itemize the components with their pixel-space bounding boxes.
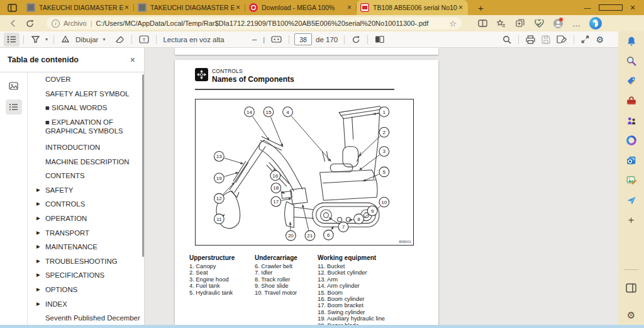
thumbnails-view-icon[interactable] — [6, 78, 22, 93]
callout-number: 12 — [216, 196, 222, 201]
profile-avatar[interactable] — [548, 17, 567, 30]
read-aloud-button[interactable]: Lectura en voz alta — [160, 36, 226, 43]
microsoft-365-icon[interactable] — [625, 135, 637, 147]
drop-icon[interactable] — [625, 194, 637, 206]
callout-number: 8 — [357, 217, 360, 222]
toc-item[interactable]: ▶SPECIFICATIONS — [36, 268, 141, 283]
fullscreen-icon[interactable] — [578, 33, 592, 47]
tab-workspaces-icon[interactable] — [5, 3, 19, 13]
expand-triangle-icon[interactable]: ▶ — [36, 214, 40, 223]
expand-triangle-icon[interactable]: ▶ — [36, 257, 40, 266]
toc-item[interactable]: INTRODUCTION — [36, 140, 141, 155]
add-icon[interactable]: + — [625, 214, 637, 226]
notifications-icon[interactable] — [625, 35, 637, 47]
page-number-input[interactable]: 38 — [294, 33, 312, 45]
part-item: 18. Swing cylinder — [318, 309, 399, 315]
fit-width-icon[interactable] — [268, 33, 285, 47]
settings-gear-icon[interactable]: ⚙ — [592, 33, 607, 47]
tab-close-icon[interactable]: × — [346, 4, 353, 11]
rotate-icon[interactable] — [348, 33, 364, 47]
toc-item[interactable]: ▶TRANSPORT — [36, 225, 141, 240]
print-icon[interactable] — [523, 33, 538, 47]
copilot-icon[interactable] — [586, 17, 605, 30]
file-info-icon[interactable]: i — [52, 20, 60, 28]
draw-label[interactable]: Dibujar — [73, 36, 101, 43]
eraser-icon[interactable] — [112, 33, 128, 47]
toc-item[interactable]: ▶MAINTENANCE — [36, 240, 141, 254]
toc-item[interactable]: Seventh Published December — [36, 311, 141, 325]
expand-triangle-icon[interactable]: ▶ — [36, 285, 40, 294]
back-icon[interactable] — [5, 17, 21, 30]
favorites-icon[interactable] — [492, 17, 511, 30]
toolbox-icon[interactable] — [625, 95, 637, 107]
minimize-button[interactable]: — — [576, 0, 599, 15]
toc-item[interactable]: ▶OPERATION — [36, 212, 141, 226]
toc-item-label: SAFETY — [45, 186, 73, 195]
more-options-icon[interactable]: … — [567, 17, 586, 30]
tab-close-icon[interactable]: × — [123, 4, 130, 11]
toc-item-label: SPECIFICATIONS — [45, 271, 104, 280]
toc-close-icon[interactable]: × — [130, 55, 135, 65]
expand-triangle-icon[interactable]: ▶ — [36, 300, 40, 308]
search-icon[interactable] — [625, 55, 637, 67]
expand-triangle-icon[interactable]: ▶ — [36, 271, 40, 280]
browser-tab[interactable]: TB108 AB5E006 serial No108113× — [357, 0, 468, 15]
search-icon[interactable] — [499, 33, 514, 47]
tab-close-icon[interactable]: × — [235, 4, 242, 11]
toc-item[interactable]: ▶CONTROLS — [36, 197, 141, 212]
highlighter-dropdown-icon[interactable]: ▾ — [43, 37, 50, 42]
tab-bar: TAKEUCHI DIAGMASTER ENGINE×TAKEUCHI DIAG… — [0, 0, 644, 15]
components-figure: 123510987621201112191314154161817 B5B001 — [195, 99, 414, 246]
expand-triangle-icon[interactable]: ▶ — [36, 229, 40, 237]
expand-triangle-icon[interactable]: ▶ — [36, 186, 40, 195]
toc-item[interactable]: ▶SAFETY — [36, 183, 141, 198]
toc-item[interactable]: ■ EXPLANATION OF GRAPHICAL SYMBOLS — [36, 115, 141, 140]
toolbar-separator — [23, 35, 24, 44]
browser-tab[interactable]: Download - MEGA 100%× — [245, 0, 357, 15]
refresh-icon[interactable] — [21, 17, 38, 30]
zoom-out-icon[interactable]: – — [249, 33, 260, 47]
browser-tab[interactable]: TAKEUCHI DIAGMASTER ENGINE× — [134, 0, 245, 15]
edge-sidebar: +⚙ — [618, 31, 644, 325]
shopping-icon[interactable] — [625, 75, 637, 87]
games-icon[interactable] — [625, 115, 637, 127]
pdf-viewer[interactable]: CONTROLS Names of Components — [145, 48, 610, 325]
page-view-icon[interactable] — [372, 33, 387, 47]
browser-tab[interactable]: TAKEUCHI DIAGMASTER ENGINE× — [23, 0, 134, 15]
header-rule — [195, 89, 394, 90]
address-bar: i Archivo | C:/Users/MC/AppData/Local/Te… — [0, 15, 644, 31]
url-field[interactable]: i Archivo | C:/Users/MC/AppData/Local/Te… — [47, 17, 462, 30]
browser-essentials-icon[interactable] — [530, 17, 548, 30]
draw-dropdown-icon[interactable]: ▾ — [101, 37, 107, 42]
split-screen-icon[interactable] — [473, 17, 492, 30]
save-as-icon[interactable] — [553, 33, 570, 47]
tab-close-icon[interactable]: × — [457, 4, 464, 11]
outlook-icon[interactable] — [625, 154, 637, 166]
highlighter-icon[interactable] — [28, 33, 43, 47]
toc-item[interactable]: ▶TROUBLESHOOTING — [36, 254, 141, 269]
new-tab-button[interactable]: + — [475, 3, 486, 13]
image-creator-icon[interactable] — [625, 174, 637, 186]
toc-toggle-button[interactable] — [4, 33, 19, 47]
expand-triangle-icon[interactable]: ▶ — [36, 200, 40, 208]
settings-icon[interactable]: ⚙ — [625, 309, 637, 321]
toc-item[interactable]: ▶INDEX — [36, 297, 141, 311]
collections-icon[interactable] — [511, 17, 530, 30]
toc-item[interactable]: COVER — [36, 72, 141, 87]
expand-triangle-icon[interactable]: ▶ — [36, 242, 40, 251]
toc-item[interactable]: MACHINE DESCRIPTION — [36, 154, 141, 169]
save-icon[interactable] — [538, 33, 553, 47]
sidebar-panel-icon[interactable] — [625, 282, 637, 294]
add-text-icon[interactable]: T — [136, 33, 152, 47]
toc-item[interactable]: SAFETY ALERT SYMBOL — [36, 87, 141, 101]
toc-item[interactable]: CONTENTS — [36, 169, 141, 183]
contents-view-icon[interactable] — [6, 99, 22, 115]
draw-pen-icon[interactable] — [58, 33, 73, 47]
restore-button[interactable] — [599, 0, 621, 15]
toc-item[interactable]: ■ SIGNAL WORDS — [36, 101, 141, 115]
close-button[interactable]: × — [621, 0, 644, 15]
favorite-star-icon[interactable]: ☆ — [449, 19, 457, 28]
callout-number: 14 — [247, 110, 252, 115]
toc-scrollbar-thumb[interactable] — [142, 74, 144, 257]
toc-item[interactable]: ▶OPTIONS — [36, 283, 141, 297]
